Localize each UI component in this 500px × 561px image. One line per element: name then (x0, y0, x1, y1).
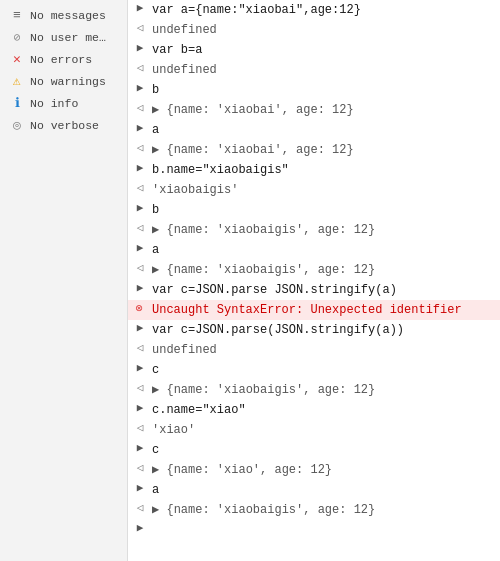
input-arrow-icon: ▶ (137, 41, 144, 54)
sidebar-item-info[interactable]: ℹNo info (0, 92, 127, 114)
line-content: 'xiaobaigis' (148, 181, 500, 199)
console-line: ◁▶ {name: 'xiaobaigis', age: 12} (128, 220, 500, 240)
console-line: ▶a (128, 120, 500, 140)
console-line: ◁'xiaobaigis' (128, 180, 500, 200)
output-caret-icon: ◁ (137, 501, 144, 514)
line-content: undefined (148, 21, 500, 39)
output-caret-icon: ◁ (137, 461, 144, 474)
no-user-icon: ⊘ (10, 30, 24, 44)
line-gutter: ▶ (128, 1, 148, 14)
output-caret-icon: ◁ (137, 141, 144, 154)
input-arrow-icon: ▶ (137, 81, 144, 94)
line-gutter: ▶ (128, 401, 148, 414)
line-content: Uncaught SyntaxError: Unexpected identif… (148, 301, 500, 319)
console-line: ◁▶ {name: 'xiaobaigis', age: 12} (128, 500, 500, 520)
console-line: ▶ (128, 520, 500, 538)
line-content: var a={name:"xiaobai",age:12} (148, 1, 500, 19)
line-gutter: ◁ (128, 261, 148, 274)
sidebar-item-label: No verbose (30, 119, 99, 132)
line-gutter: ▶ (128, 81, 148, 94)
error-circle-icon: ⊗ (135, 301, 142, 316)
list-icon: ≡ (10, 8, 24, 22)
line-content: c.name="xiao" (148, 401, 500, 419)
line-gutter: ◁ (128, 61, 148, 74)
line-content: undefined (148, 61, 500, 79)
verbose-icon: ◎ (10, 118, 24, 132)
console-line: ▶var a={name:"xiaobai",age:12} (128, 0, 500, 20)
line-content: var c=JSON.parse JSON.stringify(a) (148, 281, 500, 299)
line-content: ▶ {name: 'xiaobaigis', age: 12} (148, 221, 500, 239)
sidebar-item-verbose[interactable]: ◎No verbose (0, 114, 127, 136)
line-gutter: ◁ (128, 381, 148, 394)
sidebar-item-label: No warnings (30, 75, 106, 88)
line-content: c (148, 361, 500, 379)
line-content: b.name="xiaobaigis" (148, 161, 500, 179)
output-caret-icon: ◁ (137, 101, 144, 114)
line-content: ▶ {name: 'xiaobai', age: 12} (148, 141, 500, 159)
console-line: ▶var c=JSON.parse(JSON.stringify(a)) (128, 320, 500, 340)
line-gutter: ◁ (128, 101, 148, 114)
line-gutter: ◁ (128, 221, 148, 234)
line-content: ▶ {name: 'xiaobai', age: 12} (148, 101, 500, 119)
console-panel: ▶var a={name:"xiaobai",age:12}◁undefined… (128, 0, 500, 561)
line-content: var b=a (148, 41, 500, 59)
console-line: ◁▶ {name: 'xiao', age: 12} (128, 460, 500, 480)
line-gutter: ◁ (128, 501, 148, 514)
sidebar-item-user-messages[interactable]: ⊘No user me… (0, 26, 127, 48)
line-gutter: ▶ (128, 241, 148, 254)
line-content: c (148, 441, 500, 459)
input-arrow-icon: ▶ (137, 241, 144, 254)
line-content: var c=JSON.parse(JSON.stringify(a)) (148, 321, 500, 339)
line-content: a (148, 241, 500, 259)
input-arrow-icon: ▶ (137, 161, 144, 174)
sidebar: ≡No messages⊘No user me…✕No errors⚠No wa… (0, 0, 128, 561)
line-gutter: ▶ (128, 521, 148, 534)
console-line: ◁▶ {name: 'xiaobai', age: 12} (128, 100, 500, 120)
sidebar-item-label: No errors (30, 53, 92, 66)
console-line: ▶a (128, 480, 500, 500)
input-arrow-icon: ▶ (137, 401, 144, 414)
output-caret-icon: ◁ (137, 181, 144, 194)
output-caret-icon: ◁ (137, 381, 144, 394)
console-line: ◁▶ {name: 'xiaobai', age: 12} (128, 140, 500, 160)
console-line: ▶c (128, 440, 500, 460)
console-line: ▶var b=a (128, 40, 500, 60)
sidebar-item-errors[interactable]: ✕No errors (0, 48, 127, 70)
console-line: ◁undefined (128, 20, 500, 40)
line-gutter: ⊗ (128, 301, 148, 316)
line-gutter: ▶ (128, 161, 148, 174)
line-content: ▶ {name: 'xiaobaigis', age: 12} (148, 261, 500, 279)
console-line: ▶a (128, 240, 500, 260)
line-gutter: ▶ (128, 481, 148, 494)
line-content: b (148, 201, 500, 219)
sidebar-item-label: No info (30, 97, 78, 110)
warning-icon: ⚠ (10, 74, 24, 88)
line-content: a (148, 481, 500, 499)
console-line: ⊗Uncaught SyntaxError: Unexpected identi… (128, 300, 500, 320)
sidebar-item-messages[interactable]: ≡No messages (0, 4, 127, 26)
line-gutter: ◁ (128, 181, 148, 194)
line-gutter: ▶ (128, 41, 148, 54)
line-gutter: ▶ (128, 281, 148, 294)
sidebar-item-warnings[interactable]: ⚠No warnings (0, 70, 127, 92)
input-arrow-icon: ▶ (137, 361, 144, 374)
sidebar-item-label: No user me… (30, 31, 106, 44)
input-arrow-icon: ▶ (137, 1, 144, 14)
console-line: ◁'xiao' (128, 420, 500, 440)
console-line: ◁undefined (128, 340, 500, 360)
line-content: undefined (148, 341, 500, 359)
sidebar-item-label: No messages (30, 9, 106, 22)
output-caret-icon: ◁ (137, 421, 144, 434)
line-content: b (148, 81, 500, 99)
output-caret-icon: ◁ (137, 21, 144, 34)
line-gutter: ▶ (128, 321, 148, 334)
info-icon: ℹ (10, 96, 24, 110)
line-content: 'xiao' (148, 421, 500, 439)
output-caret-icon: ◁ (137, 261, 144, 274)
input-arrow-icon: ▶ (137, 281, 144, 294)
console-line: ◁▶ {name: 'xiaobaigis', age: 12} (128, 260, 500, 280)
error-icon: ✕ (10, 52, 24, 66)
input-arrow-icon: ▶ (137, 121, 144, 134)
line-gutter: ▶ (128, 201, 148, 214)
console-line: ▶b.name="xiaobaigis" (128, 160, 500, 180)
